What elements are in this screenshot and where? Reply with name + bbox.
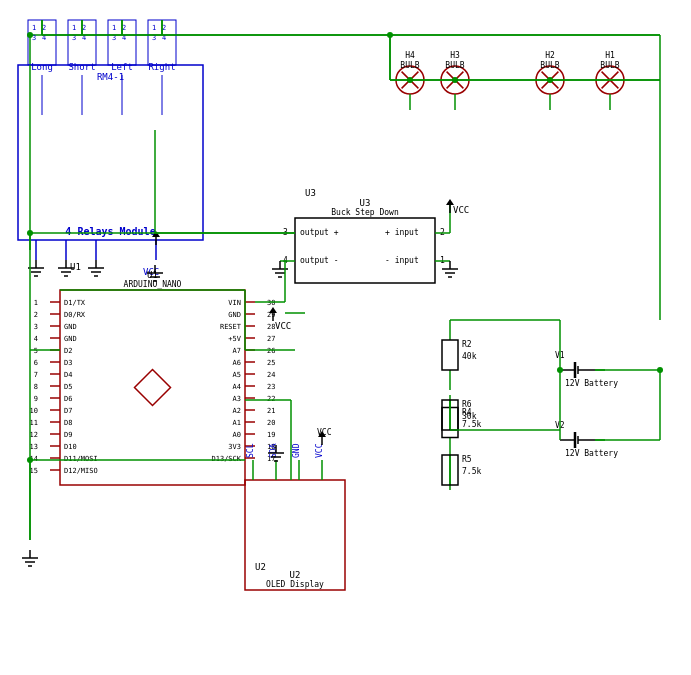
schematic-canvas [0,0,691,675]
